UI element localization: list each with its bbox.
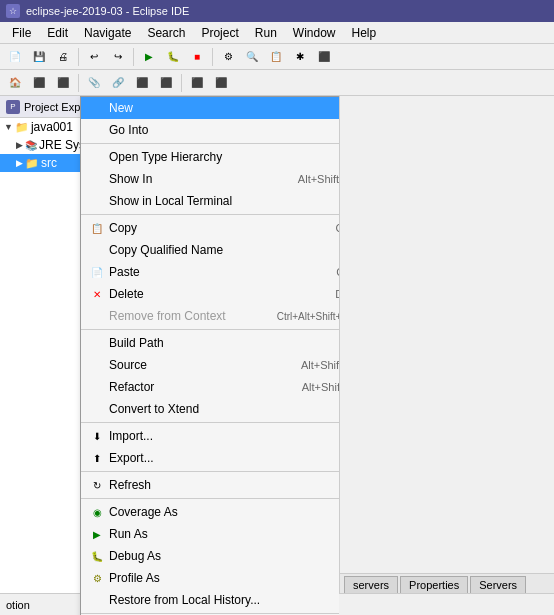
toolbar2-btn9[interactable]: ⬛	[210, 73, 232, 93]
toolbar-btn-new[interactable]: 📄	[4, 47, 26, 67]
toolbar2-btn6[interactable]: ⬛	[131, 73, 153, 93]
ctx-delete[interactable]: ✕ Delete Delete	[81, 283, 340, 305]
export-icon: ⬆	[89, 451, 105, 465]
terminal-icon	[89, 194, 105, 208]
toolbar-btn-ext3[interactable]: 📋	[265, 47, 287, 67]
ctx-sep-3	[81, 329, 340, 330]
main-area: P Project Explorer ⊠ — □ × ▼ 📁 java001 ▶…	[0, 96, 554, 615]
ctx-sep-6	[81, 498, 340, 499]
ctx-sep-7	[81, 613, 340, 614]
hierarchy-icon	[89, 150, 105, 164]
toolbar-btn-undo[interactable]: ↩	[83, 47, 105, 67]
arrow-expand: ▼	[4, 122, 13, 132]
toolbar-btn-stop[interactable]: ■	[186, 47, 208, 67]
ctx-copy-qualified[interactable]: Copy Qualified Name	[81, 239, 340, 261]
context-menu: New ▶ Go Into Open Type Hierarchy F4 Sho…	[80, 96, 340, 615]
profile-icon: ⚙	[89, 571, 105, 585]
ctx-copy[interactable]: 📋 Copy Ctrl+C	[81, 217, 340, 239]
toolbar-btn-ext2[interactable]: 🔍	[241, 47, 263, 67]
toolbar-btn-ext1[interactable]: ⚙	[217, 47, 239, 67]
toolbar2-sep-2	[181, 74, 182, 92]
ctx-sep-2	[81, 214, 340, 215]
toolbar2-btn3[interactable]: ⬛	[52, 73, 74, 93]
tab-servers2[interactable]: Servers	[470, 576, 526, 593]
run-icon: ▶	[89, 527, 105, 541]
debug-icon: 🐛	[89, 549, 105, 563]
toolbar-1: 📄 💾 🖨 ↩ ↪ ▶ 🐛 ■ ⚙ 🔍 📋 ✱ ⬛	[0, 44, 554, 70]
refresh-icon: ↻	[89, 478, 105, 492]
import-icon: ⬇	[89, 429, 105, 443]
ctx-open-type-hierarchy[interactable]: Open Type Hierarchy F4	[81, 146, 340, 168]
toolbar-2: 🏠 ⬛ ⬛ 📎 🔗 ⬛ ⬛ ⬛ ⬛	[0, 70, 554, 96]
menu-run[interactable]: Run	[247, 24, 285, 42]
menu-navigate[interactable]: Navigate	[76, 24, 139, 42]
refactor-icon	[89, 380, 105, 394]
ctx-run-as[interactable]: ▶ Run As ▶	[81, 523, 340, 545]
ctx-profile-as[interactable]: ⚙ Profile As ▶	[81, 567, 340, 589]
menu-search[interactable]: Search	[139, 24, 193, 42]
toolbar-btn-print[interactable]: 🖨	[52, 47, 74, 67]
ctx-restore-history[interactable]: Restore from Local History...	[81, 589, 340, 611]
ctx-refresh[interactable]: ↻ Refresh F5	[81, 474, 340, 496]
toolbar-btn-ext5[interactable]: ⬛	[313, 47, 335, 67]
ctx-remove-context[interactable]: Remove from Context Ctrl+Alt+Shift+Down	[81, 305, 340, 327]
project-explorer: P Project Explorer ⊠ — □ × ▼ 📁 java001 ▶…	[0, 96, 340, 615]
menu-edit[interactable]: Edit	[39, 24, 76, 42]
ctx-new[interactable]: New ▶	[81, 97, 340, 119]
ctx-show-in[interactable]: Show In Alt+Shift+W ▶	[81, 168, 340, 190]
show-in-shortcut: Alt+Shift+W ▶	[298, 173, 340, 186]
new-icon	[89, 101, 105, 115]
ctx-refactor[interactable]: Refactor Alt+Shift+T ▶	[81, 376, 340, 398]
coverage-icon: ◉	[89, 505, 105, 519]
tab-servers[interactable]: servers	[344, 576, 398, 593]
tree-label-java001: java001	[31, 120, 73, 134]
window-title: eclipse-jee-2019-03 - Eclipse IDE	[26, 5, 189, 17]
tab-properties[interactable]: Properties	[400, 576, 468, 593]
xtend-icon	[89, 402, 105, 416]
toolbar-btn-run[interactable]: ▶	[138, 47, 160, 67]
tree-label-src: src	[41, 156, 57, 170]
paste-shortcut: Ctrl+V	[336, 266, 340, 278]
toolbar-btn-debug[interactable]: 🐛	[162, 47, 184, 67]
paste-icon: 📄	[89, 265, 105, 279]
title-bar: ☆ eclipse-jee-2019-03 - Eclipse IDE	[0, 0, 554, 22]
src-folder-icon: 📁	[25, 157, 39, 170]
delete-icon: ✕	[89, 287, 105, 301]
ctx-import[interactable]: ⬇ Import...	[81, 425, 340, 447]
toolbar2-btn1[interactable]: 🏠	[4, 73, 26, 93]
toolbar2-btn8[interactable]: ⬛	[186, 73, 208, 93]
show-in-icon	[89, 172, 105, 186]
lib-icon: 📚	[25, 140, 37, 151]
ctx-coverage-as[interactable]: ◉ Coverage As ▶	[81, 501, 340, 523]
refactor-shortcut: Alt+Shift+T ▶	[302, 381, 340, 394]
toolbar-sep-1	[78, 48, 79, 66]
ctx-paste[interactable]: 📄 Paste Ctrl+V	[81, 261, 340, 283]
toolbar2-btn7[interactable]: ⬛	[155, 73, 177, 93]
project-folder-icon: 📁	[15, 121, 29, 134]
ctx-export[interactable]: ⬆ Export...	[81, 447, 340, 469]
toolbar-btn-save[interactable]: 💾	[28, 47, 50, 67]
arrow-src: ▶	[16, 158, 23, 168]
menu-help[interactable]: Help	[344, 24, 385, 42]
history-icon	[89, 593, 105, 607]
ctx-build-path[interactable]: Build Path ▶	[81, 332, 340, 354]
toolbar-sep-3	[212, 48, 213, 66]
menu-file[interactable]: File	[4, 24, 39, 42]
toolbar2-btn2[interactable]: ⬛	[28, 73, 50, 93]
ctx-source[interactable]: Source Alt+Shift+S ▶	[81, 354, 340, 376]
toolbar-btn-ext4[interactable]: ✱	[289, 47, 311, 67]
ctx-go-into[interactable]: Go Into	[81, 119, 340, 141]
toolbar2-btn4[interactable]: 📎	[83, 73, 105, 93]
right-panel	[340, 96, 554, 615]
menu-project[interactable]: Project	[193, 24, 246, 42]
delete-shortcut: Delete	[335, 288, 340, 300]
ctx-debug-as[interactable]: 🐛 Debug As ▶	[81, 545, 340, 567]
ctx-sep-1	[81, 143, 340, 144]
toolbar2-btn5[interactable]: 🔗	[107, 73, 129, 93]
goto-icon	[89, 123, 105, 137]
toolbar-btn-redo[interactable]: ↪	[107, 47, 129, 67]
menu-window[interactable]: Window	[285, 24, 344, 42]
menu-bar: File Edit Navigate Search Project Run Wi…	[0, 22, 554, 44]
ctx-convert-xtend[interactable]: Convert to Xtend	[81, 398, 340, 420]
ctx-show-local-terminal[interactable]: Show in Local Terminal ▶	[81, 190, 340, 212]
